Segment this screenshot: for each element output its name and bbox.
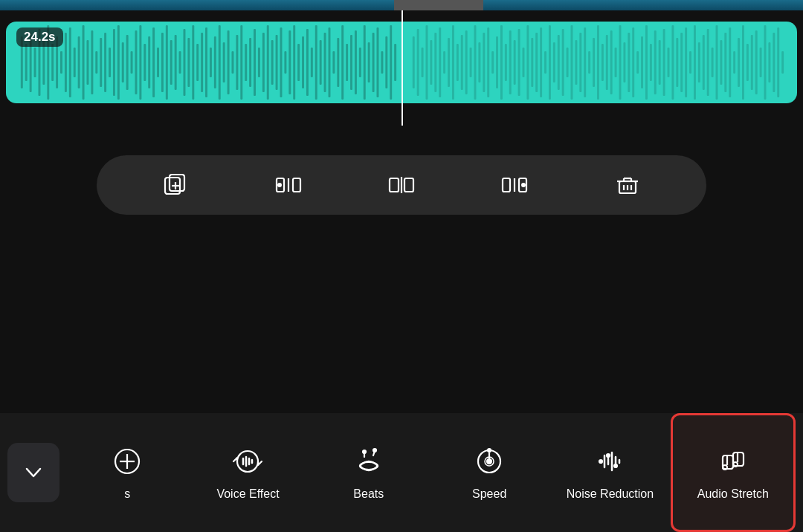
- svg-rect-36: [179, 51, 181, 74]
- audio-stretch-icon: [715, 444, 751, 479]
- svg-rect-62: [293, 25, 295, 100]
- svg-rect-139: [645, 25, 648, 100]
- split-left-button[interactable]: [270, 166, 307, 204]
- svg-rect-181: [404, 178, 413, 192]
- svg-rect-76: [355, 30, 357, 94]
- svg-rect-15: [86, 40, 88, 85]
- split-right-icon: [500, 171, 529, 199]
- svg-rect-151: [698, 42, 700, 82]
- playhead: [402, 10, 403, 126]
- svg-rect-54: [258, 48, 260, 77]
- svg-rect-159: [733, 51, 735, 74]
- svg-rect-143: [663, 29, 665, 96]
- black-middle-area: [0, 126, 803, 319]
- svg-rect-99: [470, 48, 472, 77]
- svg-rect-19: [104, 33, 106, 92]
- svg-rect-108: [509, 30, 512, 94]
- svg-rect-38: [187, 38, 190, 87]
- svg-rect-140: [650, 44, 652, 81]
- svg-rect-138: [641, 36, 643, 88]
- noise-reduction-label: Noise Reduction: [567, 487, 654, 502]
- svg-rect-83: [385, 36, 387, 88]
- svg-rect-10: [65, 33, 67, 92]
- basics-icon: [109, 444, 145, 479]
- svg-rect-121: [567, 48, 569, 77]
- split-right-button[interactable]: [496, 166, 533, 204]
- voice-effect-icon: [230, 444, 265, 479]
- menu-item-audio-stretch[interactable]: Audio Stretch: [671, 413, 796, 532]
- svg-rect-44: [214, 36, 216, 88]
- svg-point-210: [488, 449, 491, 452]
- svg-rect-165: [760, 48, 762, 77]
- menu-item-noise-reduction[interactable]: Noise Reduction: [549, 413, 670, 532]
- delete-icon: [613, 171, 642, 199]
- svg-rect-56: [267, 25, 269, 100]
- svg-rect-124: [579, 33, 581, 92]
- svg-rect-147: [680, 33, 683, 92]
- svg-rect-163: [751, 35, 753, 90]
- svg-rect-66: [311, 48, 313, 77]
- svg-rect-131: [610, 30, 613, 94]
- toolbar-area: [0, 155, 803, 215]
- svg-rect-60: [284, 51, 286, 74]
- svg-rect-122: [571, 25, 573, 100]
- svg-rect-33: [166, 25, 168, 100]
- svg-rect-155: [716, 25, 718, 100]
- svg-rect-23: [122, 42, 124, 82]
- svg-rect-130: [606, 35, 608, 90]
- svg-rect-77: [359, 48, 361, 77]
- menu-item-basics[interactable]: s: [67, 413, 187, 532]
- audio-duration-label: 24.2s: [16, 27, 63, 47]
- svg-rect-22: [117, 25, 120, 100]
- svg-point-178: [278, 184, 281, 186]
- svg-rect-115: [540, 27, 542, 97]
- svg-rect-70: [329, 27, 331, 97]
- svg-rect-168: [773, 33, 775, 92]
- svg-rect-93: [443, 51, 445, 74]
- svg-rect-43: [210, 48, 212, 77]
- basics-label: s: [124, 487, 130, 502]
- menu-item-speed[interactable]: Speed: [429, 413, 549, 532]
- svg-rect-133: [619, 25, 622, 100]
- beats-label: Beats: [353, 487, 384, 502]
- svg-rect-87: [417, 29, 419, 96]
- menu-item-beats[interactable]: Beats: [309, 413, 429, 532]
- svg-rect-137: [636, 51, 639, 74]
- svg-rect-136: [632, 27, 634, 97]
- svg-rect-65: [306, 29, 309, 96]
- svg-rect-30: [152, 27, 155, 97]
- svg-rect-119: [558, 35, 560, 90]
- svg-point-224: [733, 462, 738, 467]
- svg-rect-53: [254, 29, 256, 96]
- svg-point-204: [363, 450, 366, 453]
- svg-rect-82: [381, 51, 383, 74]
- svg-rect-68: [320, 40, 322, 85]
- svg-rect-37: [183, 29, 185, 96]
- split-icon: [387, 171, 416, 199]
- svg-rect-116: [544, 51, 546, 74]
- svg-rect-92: [439, 27, 441, 97]
- svg-rect-110: [518, 29, 520, 96]
- svg-rect-162: [746, 44, 749, 81]
- svg-rect-17: [95, 51, 97, 74]
- svg-rect-73: [341, 25, 344, 100]
- duplicate-button[interactable]: [157, 166, 194, 204]
- svg-rect-55: [262, 33, 265, 92]
- delete-button[interactable]: [609, 166, 646, 204]
- svg-rect-7: [51, 44, 54, 81]
- collapse-button[interactable]: [7, 443, 59, 502]
- svg-rect-118: [553, 42, 555, 82]
- svg-rect-52: [249, 38, 251, 87]
- split-button[interactable]: [383, 166, 420, 204]
- svg-rect-104: [491, 51, 494, 74]
- svg-rect-59: [280, 27, 283, 97]
- menu-item-voice-effect[interactable]: Voice Effect: [187, 413, 308, 532]
- svg-rect-20: [109, 48, 111, 77]
- svg-rect-106: [500, 25, 503, 100]
- svg-rect-117: [549, 25, 551, 100]
- svg-rect-95: [452, 25, 454, 100]
- toolbar-pill: [97, 155, 706, 215]
- svg-rect-21: [113, 29, 115, 96]
- split-left-icon: [274, 171, 303, 199]
- svg-rect-9: [60, 51, 62, 74]
